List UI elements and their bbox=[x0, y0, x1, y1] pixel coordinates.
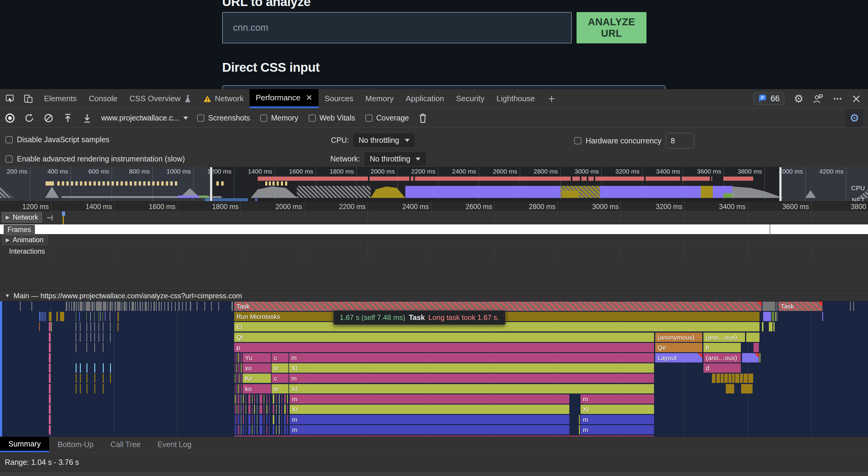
flame-bar[interactable] bbox=[273, 405, 274, 414]
flame-bar[interactable] bbox=[236, 363, 237, 373]
animation-track[interactable]: ▶ Animation bbox=[0, 234, 868, 246]
flame-bar[interactable] bbox=[211, 302, 212, 311]
flame-bar[interactable] bbox=[281, 394, 282, 404]
toolbar-checkbox-coverage[interactable]: Coverage bbox=[365, 114, 409, 122]
settings-gear-icon[interactable]: ⚙ bbox=[794, 93, 804, 104]
analyze-url-button[interactable]: ANALYZE URL bbox=[577, 12, 647, 43]
flame-bar[interactable]: m bbox=[290, 425, 569, 435]
flame-bar[interactable] bbox=[257, 405, 257, 414]
details-tab-call-tree[interactable]: Call Tree bbox=[102, 437, 149, 452]
flame-bar[interactable] bbox=[76, 343, 76, 352]
flame-bar[interactable] bbox=[49, 405, 51, 414]
flame-bar[interactable] bbox=[98, 312, 99, 321]
device-toolbar-icon[interactable] bbox=[24, 94, 33, 104]
flame-bar[interactable] bbox=[129, 302, 130, 311]
flame-bar[interactable] bbox=[237, 405, 237, 414]
flame-bar[interactable] bbox=[269, 425, 270, 435]
flame-bar[interactable] bbox=[241, 384, 242, 393]
flame-bar[interactable] bbox=[115, 302, 116, 311]
flame-bar[interactable] bbox=[279, 425, 280, 435]
flame-bar[interactable]: m bbox=[290, 415, 569, 424]
animation-track-toggle[interactable]: ▶ Animation bbox=[2, 235, 47, 245]
flame-bar[interactable] bbox=[732, 374, 735, 383]
flame-bar[interactable] bbox=[267, 425, 267, 435]
flame-bar[interactable] bbox=[231, 302, 233, 311]
flame-bar[interactable] bbox=[235, 374, 236, 383]
network-track[interactable]: ▶ Network bbox=[0, 211, 868, 224]
flame-bar[interactable] bbox=[257, 415, 257, 424]
toolbar-checkbox-web-vitals[interactable]: Web Vitals bbox=[309, 114, 355, 122]
flame-bar[interactable] bbox=[87, 374, 87, 383]
flame-bar[interactable] bbox=[80, 363, 81, 373]
flame-bar[interactable] bbox=[124, 302, 126, 311]
capture-settings-button[interactable]: ⚙ bbox=[846, 109, 863, 127]
flame-bar[interactable] bbox=[235, 425, 236, 435]
flame-bar[interactable] bbox=[126, 302, 127, 311]
flame-bar[interactable]: Xt bbox=[289, 384, 654, 393]
flame-bar[interactable] bbox=[239, 384, 240, 393]
flame-bar[interactable] bbox=[87, 363, 87, 373]
flame-bar[interactable]: Qt bbox=[234, 332, 654, 342]
flame-bar[interactable] bbox=[267, 415, 267, 424]
tab-css-overview[interactable]: CSS Overview bbox=[124, 89, 197, 108]
flame-bar[interactable] bbox=[746, 332, 760, 342]
flame-bar[interactable] bbox=[49, 332, 51, 342]
flame-bar[interactable] bbox=[279, 415, 280, 424]
tab-memory[interactable]: Memory bbox=[359, 89, 400, 108]
flame-bar[interactable] bbox=[850, 302, 851, 311]
network-track-toggle[interactable]: ▶ Network bbox=[2, 212, 42, 222]
url-input[interactable]: cnn.com bbox=[222, 12, 572, 43]
flame-bar[interactable] bbox=[243, 405, 244, 414]
flame-bar[interactable] bbox=[96, 302, 102, 311]
flame-bar[interactable] bbox=[728, 374, 732, 383]
flame-bar[interactable] bbox=[49, 394, 51, 404]
flame-bar[interactable] bbox=[248, 405, 250, 414]
flame-bar[interactable] bbox=[44, 312, 44, 321]
flame-bar[interactable]: xo bbox=[243, 363, 271, 373]
flame-bar[interactable] bbox=[267, 394, 267, 404]
flame-bar[interactable] bbox=[135, 302, 136, 311]
flame-bar[interactable] bbox=[239, 363, 240, 373]
details-tab-summary[interactable]: Summary bbox=[0, 437, 49, 452]
flame-bar[interactable] bbox=[140, 302, 141, 311]
flame-bar[interactable] bbox=[90, 312, 91, 321]
flame-bar[interactable] bbox=[777, 312, 777, 321]
flame-bar[interactable] bbox=[276, 425, 277, 435]
flame-bar[interactable] bbox=[121, 302, 122, 311]
flame-bar[interactable] bbox=[56, 312, 58, 321]
flame-bar[interactable] bbox=[94, 343, 95, 352]
flame-bar[interactable] bbox=[156, 302, 157, 311]
flame-bar[interactable] bbox=[241, 405, 241, 414]
flame-bar[interactable] bbox=[118, 322, 119, 331]
flame-bar[interactable]: (ano…ous) bbox=[704, 353, 741, 362]
flame-bar[interactable] bbox=[238, 374, 239, 383]
flame-bar[interactable] bbox=[769, 322, 772, 331]
flame-bar[interactable] bbox=[264, 405, 264, 414]
flame-bar[interactable] bbox=[748, 374, 753, 383]
disable-js-samples[interactable]: Disable JavaScript samples bbox=[5, 135, 110, 144]
flame-bar[interactable] bbox=[246, 405, 246, 414]
flame-bar[interactable] bbox=[103, 302, 106, 311]
flame-bar[interactable] bbox=[110, 363, 111, 373]
flame-bar[interactable] bbox=[241, 374, 242, 383]
flame-bar[interactable] bbox=[712, 374, 715, 383]
flame-bar[interactable] bbox=[39, 322, 40, 331]
flame-bar[interactable] bbox=[777, 302, 778, 311]
overview-left-handle[interactable] bbox=[210, 167, 213, 201]
flame-bar[interactable] bbox=[49, 343, 51, 352]
flame-bar[interactable]: Yu bbox=[243, 353, 271, 362]
flame-bar[interactable] bbox=[235, 415, 236, 424]
flame-bar[interactable] bbox=[264, 415, 264, 424]
flame-bar[interactable] bbox=[137, 302, 138, 311]
flame-bar[interactable] bbox=[103, 343, 103, 352]
frames-track-toggle[interactable]: Frames bbox=[4, 225, 35, 235]
inspect-icon[interactable] bbox=[5, 94, 15, 104]
flame-bar[interactable] bbox=[94, 374, 95, 383]
flame-bar[interactable]: Xt bbox=[289, 363, 654, 373]
flame-bar[interactable] bbox=[269, 405, 270, 414]
flame-bar[interactable] bbox=[80, 384, 81, 393]
flame-bar[interactable] bbox=[248, 394, 250, 404]
flame-bar[interactable] bbox=[87, 332, 87, 342]
flame-bar[interactable] bbox=[86, 312, 87, 321]
flame-bar[interactable] bbox=[740, 374, 743, 383]
